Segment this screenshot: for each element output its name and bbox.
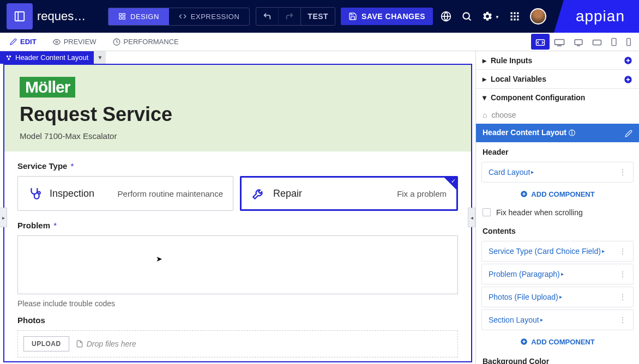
problem-textarea[interactable]	[17, 235, 458, 294]
tab-performance[interactable]: PERFORMANCE	[113, 38, 179, 46]
svg-rect-14	[514, 15, 515, 17]
design-canvas[interactable]: Möller Request Service Model 7100-Max Es…	[3, 64, 472, 362]
choice-repair[interactable]: Repair Fix a problem	[240, 176, 458, 211]
edit-expression-icon[interactable]	[625, 128, 632, 137]
file-icon	[76, 340, 83, 348]
selected-check-icon	[444, 177, 457, 190]
fix-header-label: Fix header when scrolling	[496, 208, 583, 217]
add-component-label: ADD COMPONENT	[531, 190, 594, 198]
rule-inputs-label: Rule Inputs	[491, 56, 532, 65]
photos-label: Photos	[17, 316, 458, 325]
page-subtitle: Model 7100-Max Escalator	[20, 131, 456, 141]
add-header-component-button[interactable]: ADD COMPONENT	[476, 185, 639, 204]
tab-preview[interactable]: PREVIEW	[53, 38, 97, 46]
svg-rect-28	[627, 38, 631, 45]
test-label: TEST	[308, 12, 328, 21]
chevron-right-icon: ▸	[483, 75, 486, 83]
header-card: Möller Request Service Model 7100-Max Es…	[4, 65, 471, 151]
stethoscope-icon	[28, 186, 42, 201]
svg-rect-3	[123, 14, 125, 16]
add-component-label2: ADD COMPONENT	[531, 338, 594, 346]
problem-help: Please include trouble codes	[17, 299, 458, 308]
local-vars-label: Local Variables	[491, 75, 546, 83]
performance-label: PERFORMANCE	[124, 38, 179, 46]
canvas-column: Header Content Layout ▼ Möller Request S…	[0, 51, 475, 364]
rule-inputs-section[interactable]: ▸ Rule Inputs	[476, 51, 639, 69]
choice-inspection[interactable]: Inspection Perform routine maintenance	[17, 176, 233, 211]
hierarchy-icon: ⌂	[483, 111, 487, 119]
main-layout: Header Content Layout ▼ Möller Request S…	[0, 51, 639, 364]
choice-inspection-desc: Perform routine maintenance	[118, 189, 223, 198]
svg-point-34	[38, 192, 40, 194]
problem-label: Problem *	[17, 221, 458, 230]
svg-rect-29	[7, 56, 8, 57]
svg-rect-4	[119, 17, 122, 19]
photos-dropzone[interactable]: UPLOAD Drop files here	[17, 330, 458, 357]
test-button[interactable]: TEST	[300, 8, 335, 25]
chevron-down-icon: ▾	[483, 93, 486, 102]
gear-icon[interactable]: ▼	[482, 11, 499, 22]
local-variables-section[interactable]: ▸ Local Variables	[476, 70, 639, 88]
hierarchy-choose[interactable]: ⌂ choose	[476, 106, 639, 124]
device-tablet-landscape[interactable]	[588, 34, 606, 50]
breadcrumb-row: Header Content Layout ▼	[0, 51, 475, 64]
device-desktop[interactable]	[569, 34, 588, 49]
fix-header-checkbox-row[interactable]: Fix header when scrolling	[476, 204, 639, 221]
contents-item-service-type[interactable]: Service Type (Card Choice Field)▸⋮	[481, 241, 634, 262]
topbar: reques… DESIGN EXPRESSION TEST SAVE CHAN…	[0, 0, 639, 33]
kebab-icon[interactable]: ⋮	[619, 316, 626, 324]
contents-item-photos[interactable]: Photos (File Upload)▸⋮	[481, 287, 634, 307]
globe-icon[interactable]	[441, 11, 451, 22]
selected-component-label: Header Content Layout	[483, 128, 566, 137]
contents-item-section-layout[interactable]: Section Layout▸⋮	[481, 310, 634, 330]
add-contents-component-button[interactable]: ADD COMPONENT	[476, 332, 639, 351]
top-utility-icons: ▼	[441, 8, 550, 25]
tab-edit[interactable]: EDIT	[10, 38, 37, 46]
contents-item-problem[interactable]: Problem (Paragraph)▸⋮	[481, 264, 634, 284]
component-config-section[interactable]: ▾ Component Configuration	[476, 89, 639, 106]
breadcrumb-dropdown[interactable]: ▼	[94, 51, 106, 64]
breadcrumb-label: Header Content Layout	[15, 53, 88, 62]
upload-button[interactable]: UPLOAD	[23, 336, 69, 351]
expression-label: EXPRESSION	[191, 13, 240, 21]
apps-grid-icon[interactable]	[509, 11, 520, 22]
checkbox-icon[interactable]	[483, 208, 491, 216]
device-bar	[531, 33, 639, 51]
collapse-right-handle[interactable]: ◂	[468, 208, 475, 227]
device-fit[interactable]	[531, 34, 550, 49]
save-changes-button[interactable]: SAVE CHANGES	[341, 8, 433, 25]
choice-inspection-title: Inspection	[50, 188, 94, 199]
design-mode-button[interactable]: DESIGN	[108, 8, 169, 25]
kebab-icon[interactable]: ⋮	[619, 168, 626, 177]
save-label: SAVE CHANGES	[361, 12, 425, 21]
collapse-left-handle[interactable]: ▸	[0, 208, 7, 227]
help-icon[interactable]: ⓘ	[569, 129, 575, 137]
device-desktop-wide[interactable]	[550, 34, 569, 49]
add-rule-input-icon[interactable]	[624, 56, 632, 65]
svg-rect-24	[575, 39, 582, 44]
device-tablet-portrait[interactable]	[606, 34, 622, 50]
component-config-label: Component Configuration	[491, 93, 585, 102]
undo-button[interactable]	[256, 8, 278, 25]
service-type-choices: Inspection Perform routine maintenance R…	[17, 176, 458, 211]
drop-hint: Drop files here	[76, 339, 136, 348]
search-icon[interactable]	[461, 11, 472, 22]
kebab-icon[interactable]: ⋮	[619, 247, 626, 256]
kebab-icon[interactable]: ⋮	[619, 293, 626, 301]
header-card-layout-item[interactable]: Card Layout▸ ⋮	[481, 162, 634, 183]
avatar[interactable]	[530, 8, 546, 25]
device-phone[interactable]	[622, 34, 636, 50]
kebab-icon[interactable]: ⋮	[619, 270, 626, 278]
redo-button[interactable]	[278, 8, 300, 25]
expression-mode-button[interactable]: EXPRESSION	[169, 8, 250, 25]
design-label: DESIGN	[130, 13, 159, 21]
interface-icon	[7, 3, 33, 29]
wrench-icon	[251, 186, 266, 201]
svg-rect-16	[510, 19, 512, 20]
chevron-right-icon: ▸	[483, 56, 486, 65]
breadcrumb[interactable]: Header Content Layout	[0, 51, 94, 64]
selected-component-row[interactable]: Header Content Layout ⓘ	[476, 124, 639, 142]
add-local-var-icon[interactable]	[624, 74, 632, 83]
app-title: reques…	[37, 9, 103, 23]
svg-rect-17	[514, 19, 515, 20]
